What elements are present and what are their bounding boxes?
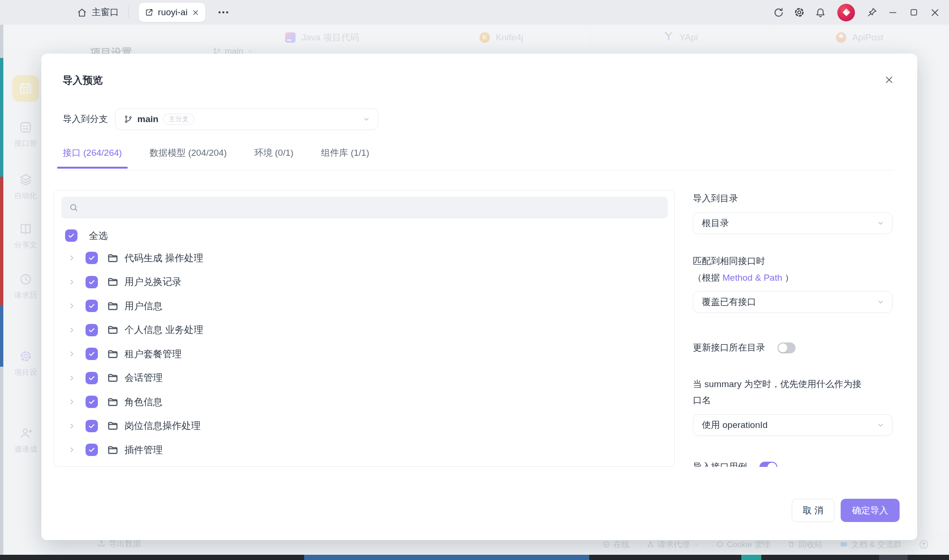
chevron-down-icon bbox=[363, 115, 370, 123]
tree-search[interactable] bbox=[61, 197, 668, 218]
row-checkbox[interactable] bbox=[86, 300, 98, 312]
summary-label-line2: 口名 bbox=[693, 394, 711, 407]
summary-label-line1: 当 summary 为空时，优先使用什么作为接 bbox=[693, 378, 862, 390]
background-window-edge bbox=[0, 25, 3, 555]
row-checkbox[interactable] bbox=[86, 420, 98, 432]
expand-chevron-icon[interactable] bbox=[68, 375, 75, 381]
search-input[interactable] bbox=[83, 197, 660, 218]
expand-chevron-icon[interactable] bbox=[68, 327, 75, 333]
row-checkbox[interactable] bbox=[86, 396, 98, 408]
check-icon bbox=[67, 232, 75, 239]
confirm-import-button[interactable]: 确定导入 bbox=[841, 499, 900, 522]
user-avatar[interactable] bbox=[837, 4, 855, 21]
tree-row[interactable]: 代码生成 操作处理 bbox=[54, 246, 674, 270]
main-branch-badge: 主分支 bbox=[163, 114, 194, 125]
notifications-button[interactable] bbox=[810, 2, 831, 23]
folder-icon bbox=[107, 324, 119, 336]
import-dir-select[interactable]: 根目录 bbox=[693, 212, 892, 234]
search-icon bbox=[69, 203, 78, 212]
tree-row[interactable]: 插件管理 bbox=[54, 438, 674, 462]
pin-window-button[interactable] bbox=[862, 2, 882, 23]
tab-data-models[interactable]: 数据模型 (204/204) bbox=[144, 147, 233, 168]
folder-icon bbox=[107, 372, 119, 384]
maximize-button[interactable] bbox=[903, 2, 924, 23]
chevron-down-icon bbox=[877, 219, 884, 227]
close-tab-icon[interactable] bbox=[192, 9, 199, 16]
minimize-icon bbox=[888, 7, 898, 18]
main-window-tab[interactable]: 主窗口 bbox=[71, 4, 125, 21]
folder-icon bbox=[107, 300, 119, 312]
expand-chevron-icon[interactable] bbox=[68, 423, 75, 429]
project-tab-ruoyi-ai[interactable]: ruoyi-ai bbox=[139, 3, 205, 22]
match-behavior-select[interactable]: 覆盖已有接口 bbox=[693, 291, 892, 313]
method-path-link[interactable]: Method & Path bbox=[722, 273, 782, 283]
row-checkbox[interactable] bbox=[86, 348, 98, 360]
tab-components[interactable]: 组件库 (1/1) bbox=[316, 147, 375, 168]
settings-button[interactable] bbox=[789, 2, 810, 23]
bell-icon bbox=[815, 7, 826, 18]
select-all-row[interactable]: 全选 bbox=[65, 225, 674, 246]
tree-row[interactable]: 会话管理 bbox=[54, 366, 674, 390]
match-sublabel: （根据 Method & Path ） bbox=[693, 272, 794, 284]
git-branch-icon bbox=[124, 115, 133, 123]
select-all-label: 全选 bbox=[89, 229, 108, 242]
cancel-button[interactable]: 取 消 bbox=[792, 499, 834, 522]
summary-fallback-select[interactable]: 使用 operationId bbox=[693, 414, 892, 436]
tree-row[interactable]: 用户信息 bbox=[54, 294, 674, 318]
home-icon bbox=[77, 8, 87, 18]
tab-apis[interactable]: 接口 (264/264) bbox=[57, 147, 128, 168]
import-cases-row: 导入接口用例 bbox=[693, 461, 777, 467]
project-tab-label: ruoyi-ai bbox=[158, 7, 187, 18]
import-preview-dialog: 导入预览 导入到分支 main 主分支 接口 (264/264) 数据模型 (2… bbox=[41, 54, 917, 540]
refresh-button[interactable] bbox=[768, 2, 789, 23]
close-window-button[interactable] bbox=[924, 2, 945, 23]
pin-icon bbox=[867, 7, 877, 18]
ellipsis-icon bbox=[218, 11, 229, 14]
import-settings-panel: 导入到目录 根目录 匹配到相同接口时 （根据 Method & Path ） 覆… bbox=[693, 190, 892, 467]
folder-icon bbox=[107, 252, 119, 264]
row-checkbox[interactable] bbox=[86, 252, 98, 264]
update-dir-toggle[interactable] bbox=[777, 342, 796, 353]
expand-chevron-icon[interactable] bbox=[68, 446, 75, 453]
dialog-title: 导入预览 bbox=[63, 74, 103, 87]
import-cases-toggle[interactable] bbox=[759, 462, 777, 467]
window-titlebar: 主窗口 ruoyi-ai bbox=[0, 0, 949, 25]
main-window-label: 主窗口 bbox=[92, 6, 119, 19]
chevron-down-icon bbox=[877, 421, 884, 429]
expand-chevron-icon[interactable] bbox=[68, 303, 75, 309]
dialog-tabs: 接口 (264/264) 数据模型 (204/204) 环境 (0/1) 组件库… bbox=[57, 147, 375, 168]
row-checkbox[interactable] bbox=[86, 276, 98, 288]
tab-environments[interactable]: 环境 (0/1) bbox=[249, 147, 299, 168]
refresh-icon bbox=[773, 7, 784, 18]
dialog-close-button[interactable] bbox=[881, 71, 898, 88]
row-checkbox[interactable] bbox=[86, 324, 98, 336]
maximize-icon bbox=[909, 8, 919, 17]
minimize-button[interactable] bbox=[882, 2, 903, 23]
external-window-icon bbox=[145, 8, 153, 17]
folder-icon bbox=[107, 396, 119, 408]
api-tree-panel: 全选 代码生成 操作处理 用户兑换记录 用户信息 个人信息 业务处理 bbox=[54, 190, 675, 467]
folder-icon bbox=[107, 348, 119, 360]
import-branch-select[interactable]: main 主分支 bbox=[115, 108, 378, 130]
tree-row[interactable]: 用户兑换记录 bbox=[54, 270, 674, 294]
folder-icon bbox=[107, 276, 119, 288]
expand-chevron-icon[interactable] bbox=[68, 399, 75, 405]
branch-value: main bbox=[137, 114, 158, 124]
more-tabs-button[interactable] bbox=[215, 7, 232, 18]
tree-row[interactable]: 岗位信息操作处理 bbox=[54, 414, 674, 438]
expand-chevron-icon[interactable] bbox=[68, 351, 75, 357]
tree-row[interactable]: 租户套餐管理 bbox=[54, 342, 674, 366]
match-label: 匹配到相同接口时 bbox=[693, 255, 765, 267]
brand-logo bbox=[842, 8, 851, 17]
row-checkbox[interactable] bbox=[86, 444, 98, 456]
folder-icon bbox=[107, 444, 119, 456]
tree-row[interactable]: 个人信息 业务处理 bbox=[54, 318, 674, 342]
row-checkbox[interactable] bbox=[86, 372, 98, 384]
select-all-checkbox[interactable] bbox=[65, 229, 77, 242]
tree-row[interactable]: 角色信息 bbox=[54, 390, 674, 414]
expand-chevron-icon[interactable] bbox=[68, 279, 75, 285]
import-dir-label: 导入到目录 bbox=[693, 192, 738, 205]
close-icon bbox=[884, 75, 894, 85]
import-branch-label: 导入到分支 bbox=[63, 113, 108, 125]
expand-chevron-icon[interactable] bbox=[68, 255, 75, 261]
